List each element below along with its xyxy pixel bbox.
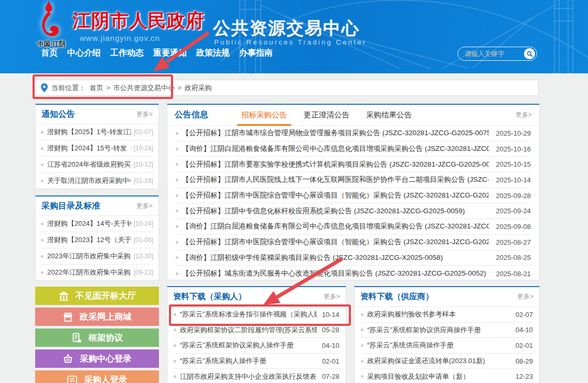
catalog-list-item[interactable]: 2022年江阴市政府集中采购目... [09-22] [41,265,153,281]
notice-more-link[interactable]: 更多> [136,110,153,119]
downloads-buyer-more-link[interactable]: 更多> [324,292,340,301]
bullet-dot [176,132,178,135]
announcements-title: 公告信息 [175,110,208,121]
bullet-dot [41,180,44,182]
quick-link-bid-hall[interactable]: 不见面开标大厅 [35,287,159,305]
item-title: 【询价】江阴白屈港粮食储备库有限公司中心库信息化项目增项采购采购公告 (JSZC… [182,144,489,154]
download-item[interactable]: “苏采云”系统采购人操作手册 02-01 [174,354,339,369]
announcement-item[interactable]: 【公开招标】江阴市中医院综合管理中心展设项目（智能化）采购公告 (JSZC-32… [176,235,531,250]
search-button[interactable] [524,48,535,59]
catalog-list-item[interactable]: 澄财购【2024】14号-关于转... [10-24] [41,216,153,232]
download-item[interactable]: 采购项目验收及划款申请单（新） 12-23 [361,369,533,383]
announcement-item[interactable]: 【询价】江阴初级中学传菜梯采购项目采购公告 (JSZC-320281-JZCG-… [176,250,531,266]
tab-bid-procurement[interactable]: 招标采购公告 [240,105,288,125]
quick-link-label: 框架协议 [89,332,123,344]
item-title: “苏采云”系统框架协议供应商操作手册 [367,325,510,335]
download-item[interactable]: 政府采购框架协议二阶段履约管理(苏采云系统操... 05-28 [174,323,339,338]
center-title: 公共资源交易中心 [213,17,360,40]
bullet-dot [41,239,44,242]
announcement-item[interactable]: 【公开招标】江阴市人民医院线上线下一体化互联网医院和医护协作平台二期项目采购公告… [176,172,531,188]
quick-link-center-login[interactable]: 采购中心登录 [35,349,159,368]
bullet-dot [176,272,178,275]
quick-link-label: 不见面开标大厅 [76,290,136,302]
bullet-dot [361,375,364,378]
download-item[interactable]: “苏采云”系统标准业务指引操作视频（采购人版... 10-14 [174,307,339,323]
item-date: 2025-10-29 [496,129,531,137]
downloads-buyer-header: 资料下载（采购人） 更多> [167,287,346,307]
download-item[interactable]: 政府采购保证金退还流转单(2023.01新) 08-29 [361,354,533,369]
item-title: “苏采云”系统标准业务指引操作视频（采购人版... [180,310,317,319]
quick-link-label: 采购人登录 [84,374,127,383]
item-date: 2025-10-16 [496,145,531,153]
download-item[interactable]: 江阴市政府采购支持中小企业政策执行反馈表 07-28 [174,369,339,383]
download-item[interactable]: 政府采购履约验收书参考样本 02-07 [361,307,533,323]
item-title: 【公开招标】江阴市人民医院线上线下一体化互联网医院和医护协作平台二期项目采购公告… [182,175,489,184]
nav-item[interactable]: 重要通知 [153,48,187,59]
search-input[interactable] [458,50,524,58]
catalog-more-link[interactable]: 更多> [136,202,153,211]
notice-panel-title: 通知公告 [41,109,75,120]
quick-link-framework-agreement[interactable]: 框架协议 [35,329,159,347]
exchange-icon [67,375,78,383]
item-title: “苏采云”系统采购人操作手册 [180,356,317,366]
breadcrumb-link[interactable]: 政府采购 [185,84,212,92]
notice-list-item[interactable]: 澄财购【2025】1号-转发江苏... [02-07] [41,124,153,140]
nav-item[interactable]: 工作动态 [110,48,144,59]
quick-link-online-mall[interactable]: 政采网上商城 [35,308,159,326]
item-date: 02-01 [322,357,339,365]
item-title: 政府采购履约验收书参考样本 [367,310,510,319]
notice-list-item[interactable]: 关于取消江阴市政府采购中心... [01-18] [41,173,153,189]
announcement-item[interactable]: 【公开招标】城东街道为民服务中心改造智能化项目采购公告 (JSZC-320281… [176,266,531,281]
breadcrumb-link[interactable]: 首页 [90,84,103,92]
announcements-panel: 公告信息 招标采购公告 更正澄清公告 采购结果公告 更多> 【公开招标】江阴市城… [167,104,540,280]
announcements-more-link[interactable]: 更多> [516,111,532,119]
item-date: [02-07] [134,128,153,136]
downloads-supplier-panel: 资料下载（供应商） 更多> 政府采购履约验收书参考样本 02-07 “苏采云”系… [354,286,540,383]
downloads-buyer-title: 资料下载（采购人） [173,291,247,302]
item-date: 02-01 [516,342,533,349]
catalog-list-item[interactable]: 澄财购【2023】12号（关于转... [01-08] [41,232,153,248]
item-date: 2025-09-28 [496,192,531,200]
bank-icon [58,291,69,301]
item-title: 澄财购【2024】15号-转发《... [47,144,131,153]
bullet-dot [361,329,364,331]
tab-results[interactable]: 采购结果公告 [365,105,413,125]
announcement-item[interactable]: 【公开招标】江阴市要塞实验学校便携式计算机采购项目采购公告 (JSZC-3202… [176,157,531,172]
breadcrumb-separator: > [176,84,184,92]
item-title: 【公开招标】城东街道为民服务中心改造智能化项目采购公告 (JSZC-320281… [182,269,489,278]
announcement-item[interactable]: 【公开招标】江阴市中医院综合管理中心展设项目（智能化）采购公告 (JSZC-32… [176,188,531,204]
download-item[interactable]: “苏采云”系统框架协议供应商操作手册 04-10 [361,323,533,338]
breadcrumb-path: 首页 > 市公共资源交易中心 > 政府采购 [88,83,212,93]
nav-item[interactable]: 中心介绍 [67,48,101,59]
nav-item[interactable]: 政策法规 [196,48,230,59]
item-date: 2025-09-24 [496,207,531,215]
bullet-dot [41,147,44,150]
announcement-item[interactable]: 【询价】江阴白屈港粮食储备库有限公司中心库信息化项目增项采购采购公告 (JSZC… [176,219,531,235]
item-title: 【公开招标】江阴市中医院综合管理中心展设项目（智能化）采购公告 (JSZC-32… [182,191,489,200]
nav-item[interactable]: 首页 [41,48,58,59]
item-date: 04-10 [322,342,339,349]
catalog-list-item[interactable]: 2023年江阴市政府集中采购目... [12-30] [41,248,153,265]
quick-link-buyer-login[interactable]: 采购人登录 [35,370,159,383]
bullet-dot [41,223,44,225]
bullet-dot [176,194,178,197]
announcement-item[interactable]: 【公开招标】江阴市城市综合管理局物业管理服务项目采购公告 (JSZC-32028… [176,126,531,141]
download-item[interactable]: “苏采云”系统供应商操作手册 02-01 [361,338,533,354]
notice-list-item[interactable]: 江苏省2024年省级政府购买服... [10-12] [41,157,153,173]
notice-list-item[interactable]: 澄财购【2024】15号-转发《... [10-24] [41,140,153,157]
item-title: 江阴市政府采购支持中小企业政策执行反馈表 [180,372,317,381]
tab-correction[interactable]: 更正澄清公告 [302,105,351,125]
item-date: [12-30] [134,253,153,260]
download-item[interactable]: “苏采云”系统框架协议采购人操作手册 04-10 [174,338,339,354]
item-title: 2022年江阴市政府集中采购目... [47,268,131,277]
item-title: 澄财购【2025】1号-转发江苏... [47,127,131,137]
nav-item[interactable]: 办事指南 [239,48,273,59]
announcement-item[interactable]: 【公开招标】江阴中专信息化标杆校应用系统采购公告 (JSZC-320281-JZ… [176,203,531,219]
downloads-supplier-more-link[interactable]: 更多> [517,292,533,301]
bullet-dot [361,313,364,316]
item-date: 2025-10-15 [496,160,531,168]
item-date: 07-28 [322,373,339,380]
announcement-item[interactable]: 【询价】江阴白屈港粮食储备库有限公司中心库信息化项目增项采购采购公告 (JSZC… [176,141,531,157]
quick-link-label: 政采网上商城 [80,311,132,323]
breadcrumb-link[interactable]: 市公共资源交易中心 [113,84,175,92]
